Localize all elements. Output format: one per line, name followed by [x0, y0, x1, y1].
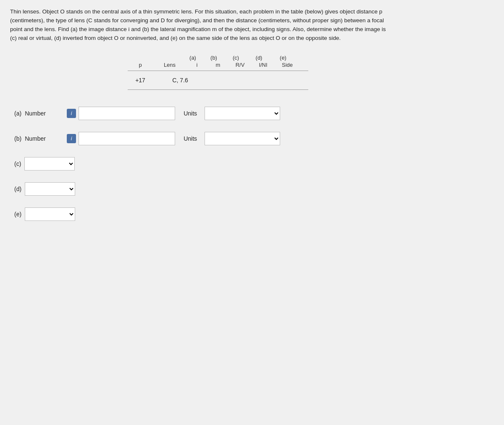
answer-b-number-input[interactable]	[79, 132, 175, 145]
answer-e-label: (e)	[14, 211, 21, 218]
problem-table: (a) (b) (c) (d) (e) p Lens i m R/V I/NI …	[128, 55, 494, 90]
answer-a-info-badge: i	[67, 109, 76, 118]
col-header-rv: R/V	[228, 62, 252, 68]
answer-e-select[interactable]: Same side Opposite side	[25, 207, 75, 221]
table-divider-bottom	[128, 89, 308, 90]
answer-c-select[interactable]: Real Virtual	[24, 157, 75, 171]
answer-b-info-badge: i	[67, 134, 76, 143]
answer-a-units-label: Units	[184, 110, 200, 117]
answer-b-units-select[interactable]: cm m mm	[205, 132, 280, 145]
col-header-p: p	[128, 62, 153, 68]
col-header-side: Side	[275, 62, 300, 68]
table-divider-top	[128, 71, 308, 71]
data-p-value: +17	[128, 77, 153, 84]
abc-header-row: (a) (b) (c) (d) (e)	[128, 55, 494, 61]
answer-a-number-input[interactable]	[79, 107, 175, 120]
answer-d-label: (d)	[14, 186, 21, 192]
answer-d-select[interactable]: Inverted Noninverted	[25, 182, 75, 196]
col-header-lens: Lens	[153, 62, 186, 68]
answer-b-units-label: Units	[184, 135, 200, 142]
answers-section: (a) Number i Units cm m mm (b) Number i …	[10, 107, 494, 221]
answer-row-c: (c) Real Virtual	[14, 157, 494, 171]
col-header-row: p Lens i m R/V I/NI Side	[128, 62, 494, 68]
abc-header-d: (d)	[247, 55, 270, 61]
answer-row-a: (a) Number i Units cm m mm	[14, 107, 494, 120]
col-header-i: i	[186, 62, 207, 68]
col-header-m: m	[207, 62, 228, 68]
table-data-row: +17 C, 7.6	[128, 73, 494, 87]
answer-c-label: (c)	[14, 160, 21, 167]
answer-row-d: (d) Inverted Noninverted	[14, 182, 494, 196]
answer-b-number-label: Number	[25, 135, 67, 142]
col-header-ini: I/NI	[252, 62, 275, 68]
answer-a-label: (a)	[14, 110, 21, 117]
abc-header-e: (e)	[270, 55, 296, 61]
problem-description: Thin lenses. Object O stands on the cent…	[10, 8, 388, 43]
abc-header-a: (a)	[182, 55, 203, 61]
answer-a-units-select[interactable]: cm m mm	[205, 107, 280, 120]
abc-header-b: (b)	[203, 55, 224, 61]
answer-a-number-label: Number	[25, 110, 67, 117]
abc-header-c: (c)	[224, 55, 247, 61]
answer-row-e: (e) Same side Opposite side	[14, 207, 494, 221]
data-lens-value: C, 7.6	[153, 77, 207, 84]
answer-b-label: (b)	[14, 135, 21, 142]
answer-row-b: (b) Number i Units cm m mm	[14, 132, 494, 145]
